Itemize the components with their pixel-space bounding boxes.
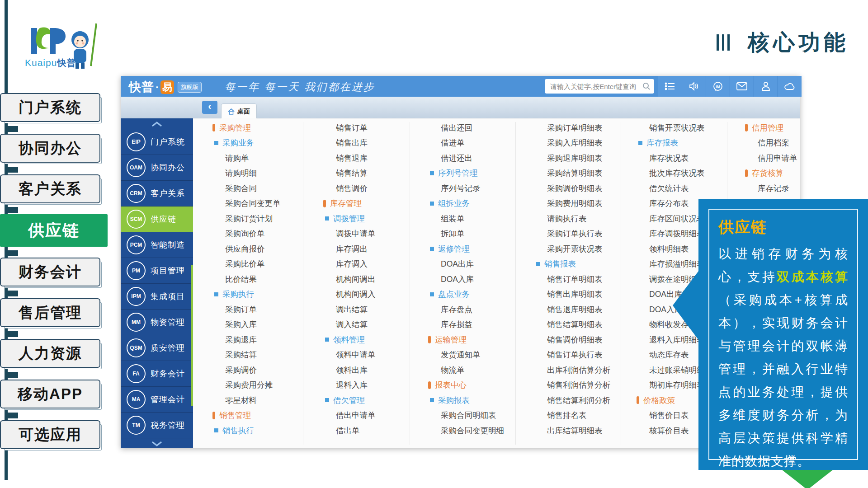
menu-item[interactable]: 请购明细 (212, 166, 281, 181)
menu-item[interactable]: 采购比价单 (212, 257, 281, 272)
nav-button-8[interactable]: 移动APP (0, 380, 100, 408)
sidebar-item-qsm[interactable]: QSM质安管理 (121, 335, 193, 361)
menu-item[interactable]: 批次库存状况表 (637, 166, 706, 181)
menu-item[interactable]: 库存记录 (745, 181, 797, 196)
menu-subgroup-header[interactable]: 采购业务 (212, 136, 281, 151)
menu-item[interactable]: 发货通知单 (428, 347, 504, 363)
menu-item[interactable]: 销售开票状况表 (637, 120, 706, 136)
tab-desktop[interactable]: 桌面 (221, 103, 257, 119)
im-icon[interactable]: IM (706, 76, 730, 97)
menu-item[interactable]: 采购结算明细表 (534, 166, 610, 181)
menu-item[interactable]: 采购合同 (212, 181, 281, 196)
sidebar-item-fa[interactable]: FA财务会计 (121, 361, 193, 387)
nav-button-6[interactable]: 售后管理 (0, 298, 100, 327)
sidebar-item-eip[interactable]: EIP门户系统 (121, 129, 193, 155)
menu-item[interactable]: 销售出库 (323, 136, 376, 151)
menu-item[interactable]: 销售退库 (323, 150, 376, 166)
menu-item[interactable]: 零星材料 (212, 393, 281, 408)
menu-item[interactable]: 采购订单明细表 (534, 120, 610, 136)
menu-group-header[interactable]: 存货核算 (745, 166, 797, 181)
menu-item[interactable]: 销售退库明细表 (534, 302, 610, 317)
menu-item[interactable]: 采购退库明细表 (534, 150, 610, 166)
menu-item[interactable]: 借出申请单 (323, 408, 376, 423)
menu-item[interactable]: 销售排名表 (534, 408, 610, 423)
menu-item[interactable]: 销售订单明细表 (534, 272, 610, 287)
menu-item[interactable]: 采购费用明细表 (534, 196, 610, 211)
menu-item[interactable]: 借进单 (428, 136, 504, 151)
menu-item[interactable]: 库存区间状况表 (637, 211, 706, 226)
menu-item[interactable]: 借出单 (323, 423, 376, 438)
menu-group-header[interactable]: 库存管理 (323, 196, 376, 211)
menu-item[interactable]: 采购结算 (212, 347, 281, 363)
speaker-icon[interactable] (682, 76, 706, 97)
menu-item[interactable]: 拆卸单 (428, 226, 504, 242)
menu-item[interactable]: 库存调出 (323, 241, 376, 257)
menu-item[interactable]: 销售订单 (323, 120, 376, 136)
menu-item[interactable]: 信用申请单 (745, 150, 797, 166)
menu-item[interactable]: 采购开票状况表 (534, 241, 610, 257)
back-button[interactable]: ‹ (202, 101, 217, 114)
menu-item[interactable]: 销售结算利润分析 (534, 393, 610, 408)
sidebar-item-tm[interactable]: TM税务管理 (121, 413, 193, 438)
sidebar-item-ma[interactable]: MA管理会计 (121, 387, 193, 413)
list-icon[interactable] (658, 76, 682, 97)
menu-item[interactable]: 采购订单执行表 (534, 226, 610, 242)
menu-item[interactable]: 销售结算明细表 (534, 317, 610, 333)
sidebar-item-pcm[interactable]: PCM智能制造 (121, 232, 193, 258)
menu-item[interactable]: DOA入库 (428, 272, 504, 287)
menu-item[interactable]: 借进还出 (428, 150, 504, 166)
sidebar-item-scm[interactable]: SCM供应链 (121, 206, 193, 232)
menu-item[interactable]: 核算价目表 (637, 423, 706, 438)
menu-item[interactable]: 采购合同变更单 (212, 196, 281, 211)
sidebar-item-oam[interactable]: OAM协同办公 (121, 155, 193, 181)
search-icon[interactable] (642, 82, 651, 90)
menu-item[interactable]: 采购费用分摊 (212, 378, 281, 393)
menu-item[interactable]: 销售利润估算分析 (534, 378, 610, 393)
menu-group-header[interactable]: 运输管理 (428, 332, 504, 347)
menu-item[interactable]: 销售调价明细表 (534, 332, 610, 347)
cloud-icon[interactable] (778, 76, 802, 97)
menu-group-header[interactable]: 价格政策 (637, 393, 706, 408)
menu-item[interactable]: 物流单 (428, 362, 504, 378)
user-icon[interactable] (754, 76, 778, 97)
menu-subgroup-header[interactable]: 组拆业务 (428, 196, 504, 211)
search-box[interactable] (545, 79, 654, 94)
menu-item[interactable]: 采购订单 (212, 302, 281, 317)
menu-subgroup-header[interactable]: 盘点业务 (428, 287, 504, 302)
menu-item[interactable]: DOA出库 (428, 257, 504, 272)
menu-subgroup-header[interactable]: 销售报表 (534, 257, 610, 272)
menu-subgroup-header[interactable]: 采购执行 (212, 287, 281, 302)
nav-button-4[interactable]: 供应链 (0, 214, 108, 247)
menu-item[interactable]: 借出还回 (428, 120, 504, 136)
menu-item[interactable]: 销售调价 (323, 181, 376, 196)
menu-item[interactable]: 采购入库 (212, 317, 281, 333)
chevron-down-icon[interactable] (121, 440, 193, 448)
menu-group-header[interactable]: 销售管理 (212, 408, 281, 423)
menu-item[interactable]: 比价结果 (212, 272, 281, 287)
menu-subgroup-header[interactable]: 采购报表 (428, 393, 504, 408)
nav-button-5[interactable]: 财务会计 (0, 258, 100, 286)
menu-item[interactable]: 库存状况表 (637, 150, 706, 166)
menu-item[interactable]: 销售结算 (323, 166, 376, 181)
menu-item[interactable]: 期初库存明细表 (637, 378, 706, 393)
nav-button-9[interactable]: 可选应用 (0, 420, 100, 449)
nav-button-2[interactable]: 协同办公 (0, 134, 100, 163)
menu-item[interactable]: 请购单 (212, 150, 281, 166)
menu-item[interactable]: 采购调价明细表 (534, 181, 610, 196)
menu-group-header[interactable]: 采购管理 (212, 120, 281, 136)
menu-item[interactable]: 请购执行表 (534, 211, 610, 226)
menu-group-header[interactable]: 信用管理 (745, 120, 797, 136)
menu-subgroup-header[interactable]: 序列号管理 (428, 166, 504, 181)
menu-item[interactable]: 领料明细表 (637, 241, 706, 257)
menu-item[interactable]: 序列号记录 (428, 181, 504, 196)
sidebar-item-pm[interactable]: PM项目管理 (121, 258, 193, 284)
menu-item[interactable]: 组装单 (428, 211, 504, 226)
menu-item[interactable]: 销售出库明细表 (534, 287, 610, 302)
menu-item[interactable]: 机构间调入 (323, 287, 376, 302)
menu-item[interactable]: 出库结算明细表 (534, 423, 610, 438)
menu-item[interactable]: 库存分布表 (637, 196, 706, 211)
sidebar-item-mm[interactable]: MM物资管理 (121, 310, 193, 335)
menu-subgroup-header[interactable]: 领料管理 (323, 332, 376, 347)
menu-subgroup-header[interactable]: 借欠管理 (323, 393, 376, 408)
menu-item[interactable]: 调出结算 (323, 302, 376, 317)
